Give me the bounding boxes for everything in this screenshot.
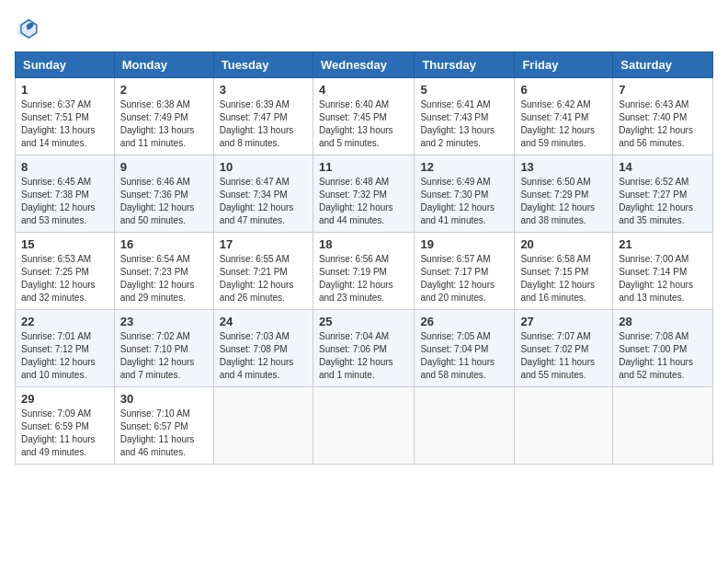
calendar-cell: 17Sunrise: 6:55 AMSunset: 7:21 PMDayligh…: [213, 233, 313, 310]
cell-content: Sunrise: 6:55 AMSunset: 7:21 PMDaylight:…: [220, 253, 307, 304]
day-number: 22: [21, 315, 108, 328]
calendar-cell: [415, 387, 515, 465]
day-number: 12: [420, 160, 508, 174]
cell-content: Sunrise: 6:47 AMSunset: 7:34 PMDaylight:…: [220, 176, 307, 227]
calendar-cell: [313, 387, 414, 465]
cell-content: Sunrise: 7:04 AMSunset: 7:06 PMDaylight:…: [319, 330, 408, 382]
cell-content: Sunrise: 7:08 AMSunset: 7:00 PMDaylight:…: [619, 330, 707, 382]
calendar-cell: 13Sunrise: 6:50 AMSunset: 7:29 PMDayligh…: [515, 155, 613, 233]
calendar-cell: 6Sunrise: 6:42 AMSunset: 7:41 PMDaylight…: [515, 78, 613, 155]
calendar-week-row: 8Sunrise: 6:45 AMSunset: 7:38 PMDaylight…: [16, 155, 713, 233]
calendar-header-row: SundayMondayTuesdayWednesdayThursdayFrid…: [16, 52, 713, 78]
day-number: 29: [21, 392, 108, 406]
day-number: 14: [619, 160, 707, 174]
day-number: 5: [420, 83, 508, 97]
calendar-cell: 19Sunrise: 6:57 AMSunset: 7:17 PMDayligh…: [415, 233, 515, 310]
day-number: 17: [220, 237, 307, 251]
calendar-cell: [613, 387, 713, 465]
cell-content: Sunrise: 6:45 AMSunset: 7:38 PMDaylight:…: [21, 176, 108, 227]
calendar-cell: 9Sunrise: 6:46 AMSunset: 7:36 PMDaylight…: [114, 155, 213, 233]
calendar-table: SundayMondayTuesdayWednesdayThursdayFrid…: [15, 52, 713, 465]
calendar-cell: 10Sunrise: 6:47 AMSunset: 7:34 PMDayligh…: [213, 155, 313, 233]
cell-content: Sunrise: 7:03 AMSunset: 7:08 PMDaylight:…: [220, 330, 307, 382]
day-number: 30: [120, 392, 208, 406]
cell-content: Sunrise: 6:42 AMSunset: 7:41 PMDaylight:…: [520, 98, 607, 150]
day-number: 3: [220, 83, 307, 97]
calendar-cell: 20Sunrise: 6:58 AMSunset: 7:15 PMDayligh…: [515, 233, 613, 310]
calendar-cell: 16Sunrise: 6:54 AMSunset: 7:23 PMDayligh…: [114, 233, 213, 310]
day-number: 7: [619, 83, 707, 97]
day-number: 10: [220, 160, 307, 174]
cell-content: Sunrise: 7:00 AMSunset: 7:14 PMDaylight:…: [619, 253, 707, 304]
weekday-header-tuesday: Tuesday: [213, 52, 313, 78]
day-number: 28: [619, 315, 707, 328]
day-number: 6: [520, 83, 607, 97]
calendar-cell: 22Sunrise: 7:01 AMSunset: 7:12 PMDayligh…: [16, 310, 115, 387]
day-number: 27: [520, 315, 607, 328]
calendar-week-row: 29Sunrise: 7:09 AMSunset: 6:59 PMDayligh…: [16, 387, 713, 465]
calendar-cell: 30Sunrise: 7:10 AMSunset: 6:57 PMDayligh…: [114, 387, 213, 465]
cell-content: Sunrise: 6:58 AMSunset: 7:15 PMDaylight:…: [520, 253, 607, 304]
cell-content: Sunrise: 6:48 AMSunset: 7:32 PMDaylight:…: [319, 176, 408, 227]
calendar-cell: 18Sunrise: 6:56 AMSunset: 7:19 PMDayligh…: [313, 233, 414, 310]
cell-content: Sunrise: 6:39 AMSunset: 7:47 PMDaylight:…: [220, 98, 307, 150]
cell-content: Sunrise: 6:41 AMSunset: 7:43 PMDaylight:…: [420, 98, 508, 150]
cell-content: Sunrise: 6:52 AMSunset: 7:27 PMDaylight:…: [619, 176, 707, 227]
day-number: 19: [420, 237, 508, 251]
calendar-cell: 7Sunrise: 6:43 AMSunset: 7:40 PMDaylight…: [613, 78, 713, 155]
cell-content: Sunrise: 6:56 AMSunset: 7:19 PMDaylight:…: [319, 253, 408, 304]
day-number: 13: [520, 160, 607, 174]
cell-content: Sunrise: 6:46 AMSunset: 7:36 PMDaylight:…: [120, 176, 208, 227]
calendar-cell: 3Sunrise: 6:39 AMSunset: 7:47 PMDaylight…: [213, 78, 313, 155]
calendar-cell: 1Sunrise: 6:37 AMSunset: 7:51 PMDaylight…: [16, 78, 115, 155]
calendar-cell: 29Sunrise: 7:09 AMSunset: 6:59 PMDayligh…: [16, 387, 115, 465]
weekday-header-wednesday: Wednesday: [313, 52, 414, 78]
calendar-cell: 2Sunrise: 6:38 AMSunset: 7:49 PMDaylight…: [114, 78, 213, 155]
logo-icon: [15, 15, 40, 40]
cell-content: Sunrise: 6:40 AMSunset: 7:45 PMDaylight:…: [319, 98, 408, 150]
calendar-cell: 25Sunrise: 7:04 AMSunset: 7:06 PMDayligh…: [313, 310, 414, 387]
cell-content: Sunrise: 6:37 AMSunset: 7:51 PMDaylight:…: [21, 98, 108, 150]
day-number: 16: [120, 237, 208, 251]
calendar-cell: 14Sunrise: 6:52 AMSunset: 7:27 PMDayligh…: [613, 155, 713, 233]
day-number: 11: [319, 160, 408, 174]
weekday-header-thursday: Thursday: [415, 52, 515, 78]
cell-content: Sunrise: 6:50 AMSunset: 7:29 PMDaylight:…: [520, 176, 607, 227]
cell-content: Sunrise: 6:57 AMSunset: 7:17 PMDaylight:…: [420, 253, 508, 304]
calendar-cell: 26Sunrise: 7:05 AMSunset: 7:04 PMDayligh…: [415, 310, 515, 387]
calendar-cell: 28Sunrise: 7:08 AMSunset: 7:00 PMDayligh…: [613, 310, 713, 387]
calendar-cell: [515, 387, 613, 465]
calendar-cell: 12Sunrise: 6:49 AMSunset: 7:30 PMDayligh…: [415, 155, 515, 233]
day-number: 25: [319, 315, 408, 328]
calendar-cell: 23Sunrise: 7:02 AMSunset: 7:10 PMDayligh…: [114, 310, 213, 387]
calendar-week-row: 1Sunrise: 6:37 AMSunset: 7:51 PMDaylight…: [16, 78, 713, 155]
page-header: [15, 15, 713, 40]
calendar-cell: 24Sunrise: 7:03 AMSunset: 7:08 PMDayligh…: [213, 310, 313, 387]
cell-content: Sunrise: 7:01 AMSunset: 7:12 PMDaylight:…: [21, 330, 108, 382]
cell-content: Sunrise: 7:09 AMSunset: 6:59 PMDaylight:…: [21, 408, 108, 459]
day-number: 8: [21, 160, 108, 174]
cell-content: Sunrise: 6:38 AMSunset: 7:49 PMDaylight:…: [120, 98, 208, 150]
day-number: 23: [120, 315, 208, 328]
weekday-header-monday: Monday: [114, 52, 213, 78]
cell-content: Sunrise: 7:05 AMSunset: 7:04 PMDaylight:…: [420, 330, 508, 382]
weekday-header-saturday: Saturday: [613, 52, 713, 78]
calendar-cell: [213, 387, 313, 465]
calendar-cell: 8Sunrise: 6:45 AMSunset: 7:38 PMDaylight…: [16, 155, 115, 233]
day-number: 20: [520, 237, 607, 251]
calendar-cell: 4Sunrise: 6:40 AMSunset: 7:45 PMDaylight…: [313, 78, 414, 155]
calendar-week-row: 22Sunrise: 7:01 AMSunset: 7:12 PMDayligh…: [16, 310, 713, 387]
calendar-cell: 11Sunrise: 6:48 AMSunset: 7:32 PMDayligh…: [313, 155, 414, 233]
calendar-cell: 15Sunrise: 6:53 AMSunset: 7:25 PMDayligh…: [16, 233, 115, 310]
day-number: 24: [220, 315, 307, 328]
cell-content: Sunrise: 6:43 AMSunset: 7:40 PMDaylight:…: [619, 98, 707, 150]
cell-content: Sunrise: 7:10 AMSunset: 6:57 PMDaylight:…: [120, 408, 208, 459]
day-number: 26: [420, 315, 508, 328]
cell-content: Sunrise: 7:02 AMSunset: 7:10 PMDaylight:…: [120, 330, 208, 382]
calendar-cell: 27Sunrise: 7:07 AMSunset: 7:02 PMDayligh…: [515, 310, 613, 387]
weekday-header-sunday: Sunday: [16, 52, 115, 78]
day-number: 2: [120, 83, 208, 97]
day-number: 18: [319, 237, 408, 251]
cell-content: Sunrise: 6:53 AMSunset: 7:25 PMDaylight:…: [21, 253, 108, 304]
day-number: 21: [619, 237, 707, 251]
